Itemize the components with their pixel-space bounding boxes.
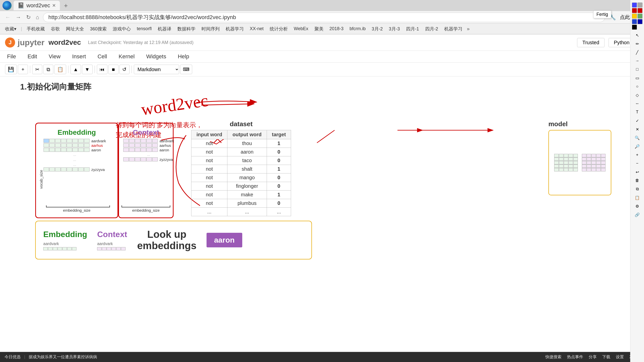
- reload-button[interactable]: ↻: [25, 13, 32, 22]
- rectangle-tool[interactable]: □: [632, 65, 642, 73]
- color-gray[interactable]: [637, 3, 642, 8]
- add-cell-button[interactable]: +: [18, 65, 28, 74]
- bookmark-stats[interactable]: 统计分析: [267, 25, 290, 33]
- menu-widgets[interactable]: Widgets: [144, 52, 168, 61]
- bookmark-juimei[interactable]: 聚美: [312, 25, 326, 33]
- table-row: notfinglonger0: [191, 182, 291, 191]
- menu-view[interactable]: View: [47, 52, 62, 61]
- notebook-filename: word2vec: [49, 38, 81, 47]
- color-darkblue[interactable]: [632, 19, 637, 24]
- diamond-tool[interactable]: ◇: [632, 91, 642, 99]
- menu-edit[interactable]: Edit: [25, 52, 39, 61]
- move-down-button[interactable]: ▼: [82, 65, 93, 74]
- bookmark-web[interactable]: 网址大全: [63, 25, 87, 33]
- paste-draw-tool[interactable]: 📋: [632, 194, 642, 202]
- rounded-rect-tool[interactable]: ▭: [632, 74, 642, 82]
- menu-file[interactable]: File: [5, 52, 18, 61]
- bookmark-webex[interactable]: WebEx: [291, 25, 311, 32]
- checkmark-tool[interactable]: ✓: [632, 117, 642, 125]
- embedding-box: Embedding vocab_size: [35, 123, 118, 218]
- minus-tool[interactable]: −: [632, 159, 642, 167]
- text-tool[interactable]: T: [632, 108, 642, 116]
- color-palette: [632, 3, 642, 30]
- new-tab-button[interactable]: +: [62, 1, 70, 11]
- status-download[interactable]: 下载: [600, 354, 612, 360]
- menu-cell[interactable]: Cell: [96, 52, 109, 61]
- bookmark-bfcrm[interactable]: bfcrm.ib: [347, 25, 368, 32]
- bookmark-ml[interactable]: 机器译: [155, 25, 174, 33]
- lookup-title-section: Look up embeddings: [137, 229, 196, 251]
- tab-close-button[interactable]: ✕: [52, 3, 56, 8]
- undo-draw-tool[interactable]: ↩: [632, 168, 642, 176]
- menu-kernel[interactable]: Kernel: [117, 52, 137, 61]
- delete-tool[interactable]: ✕: [632, 125, 642, 133]
- bookmark-games[interactable]: 游戏中心: [110, 25, 133, 33]
- table-row: notaaron0: [191, 148, 291, 156]
- menu-insert[interactable]: Insert: [70, 52, 88, 61]
- active-tab[interactable]: 📓 word2vec ✕: [14, 1, 60, 10]
- trash-tool[interactable]: 🗑: [632, 176, 642, 185]
- bookmark-xx[interactable]: XX-net: [247, 25, 266, 32]
- color-yellow[interactable]: [632, 14, 637, 19]
- status-share[interactable]: 分享: [587, 354, 599, 360]
- cut-button[interactable]: ✂: [32, 65, 42, 74]
- bookmark-mobile[interactable]: 手机收藏: [24, 25, 47, 33]
- bookmark-time[interactable]: 时间序列: [199, 25, 222, 33]
- color-navy[interactable]: [637, 19, 642, 24]
- link-tool[interactable]: 🔗: [632, 211, 642, 219]
- zoom-out-tool[interactable]: 🔎: [632, 142, 642, 150]
- embedding-size-label: embedding_size: [63, 208, 90, 212]
- circle-tool[interactable]: ○: [632, 82, 642, 90]
- url-input[interactable]: http://localhost:8888/notebooks/机器学习实战集够…: [43, 13, 605, 22]
- bookmark-apr2[interactable]: 四月-2: [423, 25, 441, 33]
- select-tool[interactable]: ↖: [632, 31, 642, 39]
- bookmark-data[interactable]: 数据科学: [175, 25, 198, 33]
- pencil-tool[interactable]: ✏: [632, 40, 642, 48]
- arrow-tool[interactable]: →: [632, 57, 642, 65]
- keyboard-shortcuts-button[interactable]: ⌨: [180, 65, 192, 74]
- bookmark-google[interactable]: 谷歌: [48, 25, 62, 33]
- bidirectional-arrow-tool[interactable]: ↔: [632, 100, 642, 108]
- save-button[interactable]: 💾: [5, 65, 17, 74]
- bookmark-apr1[interactable]: 四月-1: [404, 25, 422, 33]
- paste-button[interactable]: 📋: [54, 65, 66, 74]
- bookmark-march3[interactable]: 3月-3: [386, 25, 403, 33]
- copy-draw-tool[interactable]: ⧉: [632, 185, 642, 193]
- color-blue[interactable]: [632, 3, 637, 8]
- run-to-top-button[interactable]: ⏮: [97, 65, 107, 74]
- move-up-button[interactable]: ▲: [70, 65, 81, 74]
- status-news: 据成为娱乐界又一位遭员界素控诉病病: [27, 354, 99, 360]
- bookmark-ml2[interactable]: 机器学习: [223, 25, 246, 33]
- cell-type-dropdown[interactable]: Markdown Code Raw: [134, 65, 179, 74]
- bookmark-ml3[interactable]: 机器学习: [442, 25, 465, 33]
- plus-tool[interactable]: +: [632, 151, 642, 159]
- copy-button[interactable]: ⧉: [43, 65, 53, 74]
- settings-draw-tool[interactable]: ⚙: [632, 202, 642, 210]
- interrupt-button[interactable]: ■: [108, 65, 118, 74]
- context-embedding-size-label: embedding_size: [132, 208, 159, 212]
- back-button[interactable]: ←: [4, 13, 12, 22]
- status-settings[interactable]: 设置: [614, 354, 626, 360]
- zoom-in-tool[interactable]: 🔍: [632, 134, 642, 142]
- bookmark-tensor[interactable]: tensorfl: [134, 25, 154, 32]
- bookmark-march2[interactable]: 3月-2: [369, 25, 385, 33]
- color-red2[interactable]: [637, 8, 642, 13]
- bookmark-360[interactable]: 360搜索: [88, 25, 109, 33]
- color-green[interactable]: [637, 14, 642, 19]
- lookup-title: Look up embeddings: [137, 229, 196, 251]
- trusted-button[interactable]: Trusted: [577, 38, 605, 47]
- table-row: notshalt1: [191, 165, 291, 173]
- status-search[interactable]: 快捷搜索: [543, 354, 564, 360]
- bookmark-collections[interactable]: 收藏▾: [3, 25, 19, 33]
- restart-button[interactable]: ↺: [119, 65, 130, 74]
- color-red[interactable]: [632, 8, 637, 13]
- status-hotspot[interactable]: 热点事件: [565, 354, 585, 360]
- menu-help[interactable]: Help: [176, 52, 191, 61]
- bookmark-more-button[interactable]: »: [467, 26, 470, 32]
- bookmark-2018[interactable]: 2018-3: [327, 25, 346, 32]
- dataset-table: input word output word target notthou1 n…: [191, 130, 291, 216]
- color-black[interactable]: [632, 25, 637, 30]
- line-tool[interactable]: ╱: [632, 48, 642, 56]
- home-button[interactable]: ⌂: [35, 13, 40, 22]
- forward-button[interactable]: →: [15, 13, 22, 22]
